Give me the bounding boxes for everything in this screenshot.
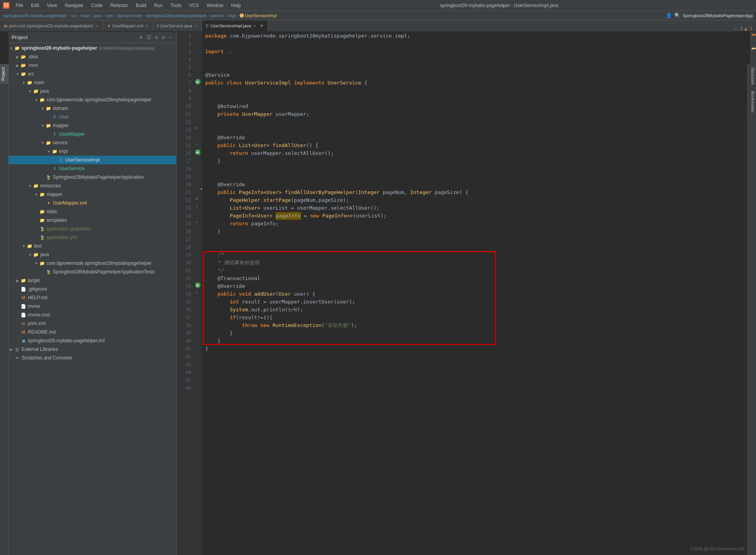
- tree-icon-yml: 🍃: [39, 234, 45, 241]
- tree-label-pom: pom.xml: [28, 321, 175, 326]
- breadcrumb-impl[interactable]: impl: [228, 13, 236, 18]
- tree-icon-gitignore: 📄: [20, 286, 27, 292]
- sidebar-header-icons: ⊕ ☰ ≡ ⚙ −: [138, 34, 173, 41]
- gutter-run-34[interactable]: ▶: [195, 282, 201, 288]
- tree-target[interactable]: ▶ 📁 target: [9, 276, 176, 285]
- breadcrumb-project[interactable]: springboot28-mybatis-pagehelper: [3, 13, 67, 18]
- menu-code[interactable]: Code: [88, 2, 106, 9]
- tree-resources[interactable]: ▼ 📁 resources: [9, 181, 176, 190]
- tree-static[interactable]: 📁 static: [9, 207, 176, 216]
- menu-build[interactable]: Build: [133, 2, 149, 9]
- menu-vcs[interactable]: VCS: [186, 2, 202, 9]
- tree-gitignore[interactable]: 📄 .gitignore: [9, 285, 176, 293]
- menu-tools[interactable]: Tools: [167, 2, 185, 9]
- tree-impl-folder[interactable]: ▼ 📁 impl: [9, 147, 176, 156]
- tree-idea[interactable]: ▶ 📂 .idea: [9, 52, 176, 61]
- sidebar-title: Project: [12, 35, 28, 40]
- breadcrumb-package[interactable]: springboot28mybatispagehelper: [145, 13, 207, 18]
- tree-label-help: HELP.md: [28, 295, 175, 300]
- code-content[interactable]: package com.bjpowernode.springboot28myba…: [202, 32, 751, 555]
- tree-label-mvnw: mvnw: [28, 304, 175, 309]
- tree-external-libs[interactable]: ▶ ||| External Libraries: [9, 345, 176, 354]
- tree-mvnw[interactable]: 📄 mvnw: [9, 302, 176, 311]
- tab-close-4[interactable]: ×: [253, 23, 256, 29]
- tree-java-main[interactable]: ▼ 📁 java: [9, 87, 176, 95]
- sidebar-icon-locate[interactable]: ⊕: [138, 34, 144, 41]
- tree-pom-xml[interactable]: m pom.xml: [9, 319, 176, 328]
- breadcrumb-bjpowernode[interactable]: bjpowernode: [117, 13, 142, 18]
- tree-src[interactable]: ▼ 📁 src: [9, 70, 176, 78]
- tree-app-yml[interactable]: 🍃 application.yml: [9, 233, 176, 242]
- tree-icon-help: M: [20, 295, 27, 301]
- breadcrumb-main[interactable]: main: [81, 13, 90, 18]
- code-line-31: */: [205, 267, 747, 275]
- tab-pom-xml[interactable]: m pom.xml (springboot28-mybatis-pagehelp…: [0, 20, 103, 31]
- sidebar-icon-minus[interactable]: −: [168, 34, 173, 41]
- gutter-run-7[interactable]: ▶: [195, 79, 201, 84]
- breadcrumb-service[interactable]: service: [211, 13, 224, 18]
- sidebar-icon-collapse[interactable]: ☰: [145, 34, 152, 41]
- tab-icon-class: C: [206, 23, 209, 28]
- tree-mvn[interactable]: ▶ 📂 .mvn: [9, 61, 176, 70]
- vertical-tab-project[interactable]: Project: [0, 64, 8, 84]
- tree-mvnw-cmd[interactable]: 📄 mvnw.cmd: [9, 311, 176, 319]
- breadcrumb-java[interactable]: java: [93, 13, 101, 18]
- tree-resources-mapper[interactable]: ▼ 📁 mapper: [9, 190, 176, 199]
- tree-service-folder[interactable]: ▼ 📁 service: [9, 138, 176, 147]
- tree-templates[interactable]: 📁 templates: [9, 216, 176, 225]
- tree-test-class[interactable]: 🍃 Springboot28MybatisPagehelperApplicati…: [9, 268, 176, 276]
- tree-test-pkg[interactable]: ▼ 📁 com.bjpowernode.springboot28mybatisp…: [9, 259, 176, 268]
- tree-main[interactable]: ▼ 📁 main: [9, 78, 176, 87]
- tree-label-pkg: com.bjpowernode.springboot28mybatispageh…: [47, 97, 175, 102]
- tree-app-class[interactable]: 🍃 Springboot28MybatisPagehelperApplicati…: [9, 173, 176, 181]
- tree-icon-pom: m: [20, 320, 27, 327]
- breadcrumb-search-icon[interactable]: 👤: [666, 13, 672, 18]
- tab-usermapper-xml[interactable]: ✦ UserMapper.xml ×: [103, 20, 153, 31]
- tree-app-properties[interactable]: 🍃 application.properties: [9, 225, 176, 233]
- tree-root[interactable]: ▼ 📁 springboot28-mybatis-pagehelper D:\H…: [9, 44, 176, 52]
- menu-window[interactable]: Window: [204, 2, 227, 9]
- menu-navigate[interactable]: Navigate: [62, 2, 86, 9]
- gutter-fold-26[interactable]: ⊝: [195, 196, 198, 201]
- tree-userservice[interactable]: I UserService: [9, 164, 176, 173]
- scroll-mark-1: [752, 34, 756, 36]
- sidebar-icon-gear[interactable]: ⚙: [161, 34, 166, 41]
- tree-iml[interactable]: ◼ springboot28-mybatis-pagehelper.iml: [9, 336, 176, 345]
- tab-warning-2: ▲ 1: [744, 26, 753, 31]
- tree-user-class[interactable]: C User: [9, 113, 176, 121]
- tab-userservice-java[interactable]: I UserService.java ×: [153, 20, 202, 31]
- gutter-fold-15[interactable]: ⊝: [195, 126, 198, 130]
- breadcrumb-src[interactable]: src: [71, 13, 77, 18]
- code-line-33: @Override: [205, 282, 747, 290]
- tab-userserviceimpl-java[interactable]: C UserServiceImpl.java × ▼: [202, 20, 269, 31]
- right-tab-structure[interactable]: Structure: [748, 64, 756, 88]
- menu-refactor[interactable]: Refactor: [107, 2, 131, 9]
- code-line-15: public List<User> findAllUser() {: [205, 142, 747, 149]
- tree-readme[interactable]: M README.md: [9, 328, 176, 336]
- sidebar-icon-sort[interactable]: ≡: [154, 34, 159, 41]
- menu-file[interactable]: File: [13, 2, 26, 9]
- tree-usermapper-xml[interactable]: ✦ UserMapper.xml: [9, 199, 176, 207]
- tree-mapper-folder[interactable]: ▼ 📁 mapper: [9, 121, 176, 130]
- menu-help[interactable]: Help: [228, 2, 244, 9]
- menu-edit[interactable]: Edit: [28, 2, 42, 9]
- breadcrumb-gear-icon[interactable]: 🔍: [674, 13, 681, 18]
- breadcrumb-com[interactable]: com: [105, 13, 113, 18]
- tree-test[interactable]: ▼ 📁 test: [9, 242, 176, 250]
- tree-domain[interactable]: ▼ 📁 domain: [9, 104, 176, 113]
- code-line-3: import ...: [205, 48, 747, 56]
- gutter-run-21[interactable]: ▶: [195, 149, 201, 155]
- tab-close-1[interactable]: ×: [95, 23, 99, 29]
- tree-usermapper[interactable]: I UserMapper: [9, 130, 176, 138]
- tree-test-java[interactable]: ▼ 📁 java: [9, 250, 176, 259]
- tab-close-2[interactable]: ×: [145, 23, 149, 29]
- tab-close-3[interactable]: ×: [194, 23, 198, 29]
- tab-dropdown-icon[interactable]: ▼: [260, 23, 264, 28]
- tree-package[interactable]: ▼ 📁 com.bjpowernode.springboot28mybatisp…: [9, 95, 176, 104]
- menu-run[interactable]: Run: [151, 2, 166, 9]
- right-tab-bookmarks[interactable]: Bookmarks: [748, 88, 756, 116]
- menu-view[interactable]: View: [44, 2, 60, 9]
- tree-userserviceimpl[interactable]: C UserServiceImpl: [9, 156, 176, 164]
- tree-scratches[interactable]: ✏ Scratches and Consoles: [9, 354, 176, 362]
- tree-help-md[interactable]: M HELP.md: [9, 293, 176, 302]
